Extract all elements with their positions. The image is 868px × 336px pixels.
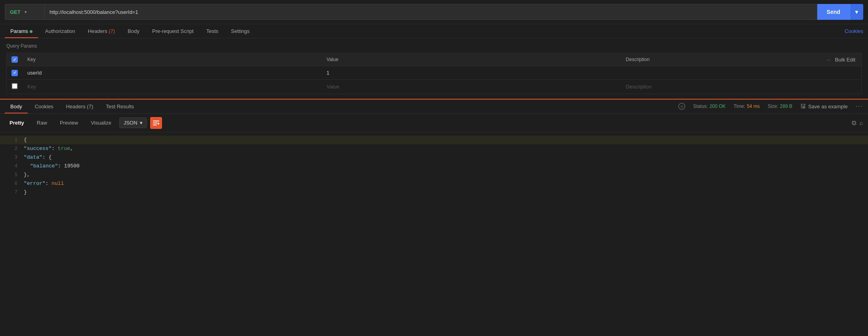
params-dot <box>30 30 32 33</box>
format-tab-pretty[interactable]: Pretty <box>5 117 29 128</box>
bulk-edit-button[interactable]: Bulk Edit <box>835 57 855 63</box>
col-key: Key <box>23 53 322 66</box>
status-item: Status: 200 OK <box>693 104 726 109</box>
status-value: 200 OK <box>710 104 726 109</box>
col-checkbox <box>7 53 23 66</box>
send-btn-wrapper: Send ▼ <box>817 4 863 20</box>
time-value: 54 ms <box>747 104 760 109</box>
tab-settings[interactable]: Settings <box>225 24 255 38</box>
request-tabs-row: Params Authorization Headers (7) Body Pr… <box>0 24 868 38</box>
json-line: 7 } <box>0 188 868 197</box>
tab-body[interactable]: Body <box>122 24 145 38</box>
format-tab-preview[interactable]: Preview <box>55 117 83 128</box>
row-checkbox[interactable] <box>11 70 18 76</box>
response-tab-cookies[interactable]: Cookies <box>29 100 59 113</box>
globe-icon: ⊕ <box>678 103 685 110</box>
format-select[interactable]: JSON ▾ <box>119 117 147 128</box>
param-description[interactable] <box>621 66 822 80</box>
format-tab-raw[interactable]: Raw <box>32 117 52 128</box>
wrap-lines-icon[interactable] <box>150 117 162 129</box>
svg-rect-0 <box>153 121 159 121</box>
response-meta: ⊕ Status: 200 OK Time: 54 ms Size: 289 B… <box>678 103 863 110</box>
response-more-button[interactable]: ··· <box>856 103 863 110</box>
col-description: Description <box>621 53 822 66</box>
select-all-checkbox[interactable] <box>11 56 18 63</box>
tab-tests[interactable]: Tests <box>201 24 224 38</box>
empty-param-key[interactable]: Key <box>23 79 322 94</box>
param-key[interactable]: userId <box>23 66 322 80</box>
json-line: 1 { <box>0 136 868 144</box>
svg-rect-1 <box>153 123 158 123</box>
empty-param-description[interactable]: Description <box>621 79 822 94</box>
save-as-example-button[interactable]: 🖫 Save as example <box>800 103 848 109</box>
save-icon: 🖫 <box>800 103 806 109</box>
param-value[interactable]: 1 <box>322 66 621 80</box>
table-row-empty: Key Value Description <box>7 79 862 94</box>
tab-prerequest[interactable]: Pre-request Script <box>147 24 199 38</box>
copy-button[interactable]: ⧉ <box>852 119 856 127</box>
url-bar: GET ▼ Send ▼ <box>0 0 868 24</box>
status-label: Status: <box>693 104 708 109</box>
params-table: Key Value Description ··· Bulk Edit user… <box>6 53 862 94</box>
json-line: 4 "balance": 19500 <box>0 162 868 171</box>
response-section: Body Cookies Headers (7) Test Results ⊕ … <box>0 99 868 200</box>
method-label: GET <box>10 9 21 15</box>
size-item: Size: 289 B <box>768 104 792 109</box>
params-section: Query Params Key Value Description ··· B… <box>0 38 868 99</box>
time-label: Time: <box>734 104 746 109</box>
time-item: Time: 54 ms <box>734 104 760 109</box>
search-button[interactable]: ⌕ <box>859 119 863 127</box>
response-tab-body[interactable]: Body <box>5 100 28 113</box>
chevron-down-icon: ▼ <box>24 10 28 14</box>
response-tabs-row: Body Cookies Headers (7) Test Results ⊕ … <box>0 100 868 114</box>
method-selector[interactable]: GET ▼ <box>5 4 44 20</box>
json-line: 3 "data": { <box>0 153 868 162</box>
tab-authorization[interactable]: Authorization <box>40 24 81 38</box>
more-icon: ··· <box>827 57 831 63</box>
json-line: 2 "success": true, <box>0 144 868 153</box>
url-input[interactable] <box>44 4 817 20</box>
empty-row-checkbox[interactable] <box>11 83 18 89</box>
size-value: 289 B <box>780 104 792 109</box>
json-line: 6 "error": null <box>0 179 868 188</box>
format-tab-visualize[interactable]: Visualize <box>86 117 116 128</box>
table-row: userId 1 <box>7 66 862 80</box>
cookies-link[interactable]: Cookies <box>845 28 863 34</box>
size-label: Size: <box>768 104 778 109</box>
json-line: 5 }, <box>0 171 868 179</box>
bulk-edit-col: ··· Bulk Edit <box>822 53 862 66</box>
empty-param-value[interactable]: Value <box>322 79 621 94</box>
send-dropdown-button[interactable]: ▼ <box>850 4 863 20</box>
tab-headers[interactable]: Headers (7) <box>82 24 121 38</box>
svg-rect-2 <box>153 125 157 125</box>
query-params-title: Query Params <box>6 43 862 49</box>
response-tab-headers[interactable]: Headers (7) <box>61 100 99 113</box>
format-tabs-row: Pretty Raw Preview Visualize JSON ▾ ⧉ ⌕ <box>0 114 868 132</box>
json-content: 1 { 2 "success": true, 3 "data": { 4 "ba… <box>0 132 868 200</box>
response-tab-test-results[interactable]: Test Results <box>100 100 139 113</box>
chevron-down-icon: ▾ <box>140 120 143 126</box>
send-button[interactable]: Send <box>817 4 850 20</box>
tab-params[interactable]: Params <box>5 24 38 38</box>
col-value: Value <box>322 53 621 66</box>
